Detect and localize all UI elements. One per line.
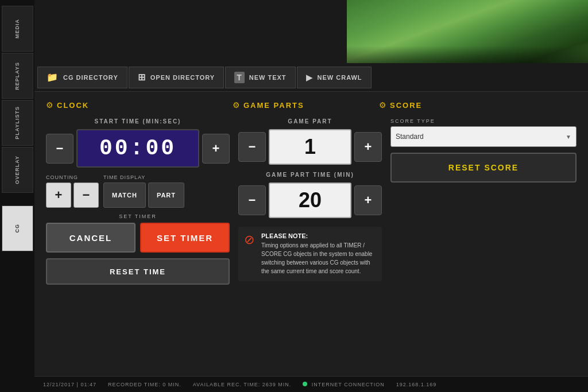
reset-time-label: RESET TIME xyxy=(110,267,166,276)
time-value: 00:00 xyxy=(99,136,176,161)
folder-icon: 📁 xyxy=(47,72,59,83)
status-bar: 12/21/2017 | 01:47 RECORDED TIME: 0 min.… xyxy=(34,376,588,392)
game-parts-column: GAME PART − 1 + GAME PART TIME (min) − 2… xyxy=(238,118,382,366)
score-gear-icon: ⚙ xyxy=(379,100,386,110)
new-crawl-label: NEW CRAWL xyxy=(318,74,362,81)
time-plus-button[interactable]: + xyxy=(202,134,230,164)
new-crawl-button[interactable]: ▶ NEW CRAWL xyxy=(297,67,372,88)
score-title: SCORE xyxy=(390,101,422,110)
game-parts-header-container: ⚙ GAME PARTS xyxy=(233,100,370,110)
game-part-plus-button[interactable]: + xyxy=(354,132,382,162)
sidebar-item-playlists[interactable]: PLAYLISTS xyxy=(2,100,33,146)
set-timer-section-label: SET TIMER xyxy=(46,214,230,219)
game-part-time-minus-button[interactable]: − xyxy=(238,185,266,215)
score-header-container: ⚙ SCORE xyxy=(379,100,422,110)
score-type-label: SCORE TYPE xyxy=(390,118,577,124)
counting-minus-button[interactable]: − xyxy=(74,183,99,208)
toolbar: 📁 CG DIRECTORY ⊞ OPEN DIRECTORY T NEW TE… xyxy=(34,63,588,92)
sidebar-item-overlay[interactable]: OVERLAY xyxy=(2,147,33,193)
set-timer-row: CANCEL SET TIMER xyxy=(46,223,230,253)
sidebar-item-label: CG xyxy=(14,224,20,233)
counting-row: COUNTING + − TIME DISPLAY MATCH PART xyxy=(46,174,230,208)
sidebar-item-label: OVERLAY xyxy=(14,156,20,184)
open-directory-label: OPEN DIRECTORY xyxy=(150,74,215,81)
sidebar-item-media[interactable]: MEDIA xyxy=(2,6,33,52)
cancel-label: CANCEL xyxy=(69,233,113,243)
time-display-group: TIME DISPLAY MATCH PART xyxy=(103,174,184,208)
time-display-buttons: MATCH PART xyxy=(103,183,184,208)
part-button[interactable]: PART xyxy=(148,183,184,208)
note-section-container: ⊘ PLEASE NOTE: Timing options are applie… xyxy=(238,227,382,281)
status-ip: 192.168.1.169 xyxy=(396,382,437,387)
internet-status-dot xyxy=(303,382,307,386)
sidebar-item-cg[interactable]: CG xyxy=(2,205,33,251)
status-internet: INTERNET CONNECTION xyxy=(303,382,384,387)
sidebar-item-label: PLAYLISTS xyxy=(14,106,20,139)
reset-time-button[interactable]: RESET TIME xyxy=(46,258,230,285)
clock-column: START TIME (min:sec) − 00:00 + COUNTING … xyxy=(46,118,230,366)
time-seconds: 00 xyxy=(145,136,176,161)
game-part-minus-button[interactable]: − xyxy=(238,132,266,162)
section-headers: ⚙ CLOCK ⚙ GAME PARTS ⚙ SCORE xyxy=(46,100,577,110)
time-display: 00:00 xyxy=(76,129,199,168)
note-content: PLEASE NOTE: Timing options are applied … xyxy=(261,232,376,275)
open-directory-button[interactable]: ⊞ OPEN DIRECTORY xyxy=(129,67,224,88)
match-button[interactable]: MATCH xyxy=(103,183,146,208)
sidebar-item-label: REPLAYS xyxy=(14,62,20,90)
score-type-value: Standard xyxy=(396,133,424,141)
status-recorded-time: RECORDED TIME: 0 min. xyxy=(108,382,181,387)
game-part-row: − 1 + xyxy=(238,129,382,165)
video-preview xyxy=(347,0,588,63)
score-column: SCORE TYPE Standard ▼ RESET SCORE xyxy=(390,118,577,366)
game-parts-title: GAME PARTS xyxy=(243,101,304,110)
time-minus-button[interactable]: − xyxy=(46,134,74,164)
cg-directory-label: CG DIRECTORY xyxy=(63,74,118,81)
game-part-value: 1 xyxy=(304,135,316,158)
clock-title: CLOCK xyxy=(57,101,89,110)
new-text-label: NEW TEXT xyxy=(249,74,287,81)
time-minutes: 00 xyxy=(99,136,130,161)
cg-directory-button[interactable]: 📁 CG DIRECTORY xyxy=(37,67,127,88)
score-type-select[interactable]: Standard ▼ xyxy=(390,126,577,147)
counting-label: COUNTING xyxy=(46,174,99,180)
game-parts-gear-icon: ⚙ xyxy=(233,100,240,110)
game-part-time-value: 20 xyxy=(299,188,322,212)
counting-group: COUNTING + − xyxy=(46,174,99,208)
game-part-time-display: 20 xyxy=(269,183,351,218)
new-text-button[interactable]: T NEW TEXT xyxy=(225,67,295,88)
reset-score-button[interactable]: RESET SCORE xyxy=(390,153,577,183)
columns: START TIME (min:sec) − 00:00 + COUNTING … xyxy=(46,118,577,366)
clock-gear-icon: ⚙ xyxy=(46,100,53,110)
note-title: PLEASE NOTE: xyxy=(261,232,376,239)
reset-score-label: RESET SCORE xyxy=(448,163,519,172)
windows-icon: ⊞ xyxy=(138,72,146,83)
main-content: ⚙ CLOCK ⚙ GAME PARTS ⚙ SCORE START TIME … xyxy=(34,92,588,375)
warning-icon: ⊘ xyxy=(244,232,254,247)
game-part-time-plus-button[interactable]: + xyxy=(354,185,382,215)
status-datetime: 12/21/2017 | 01:47 xyxy=(43,382,96,387)
note-section: ⊘ PLEASE NOTE: Timing options are applie… xyxy=(238,227,382,281)
crawl-icon: ▶ xyxy=(306,73,313,82)
clock-header-container: ⚙ CLOCK xyxy=(46,100,224,110)
status-available-rec: AVAILABLE REC. TIME: 2639 min. xyxy=(193,382,292,387)
start-time-label: START TIME (min:sec) xyxy=(46,118,230,125)
time-display-row: − 00:00 + xyxy=(46,129,230,168)
counting-buttons: + − xyxy=(46,183,99,208)
set-timer-label-text: SET TIMER xyxy=(157,233,213,243)
dropdown-arrow-icon: ▼ xyxy=(566,134,571,140)
game-part-time-row: − 20 + xyxy=(238,183,382,218)
time-display-mode-label: TIME DISPLAY xyxy=(103,174,184,180)
game-part-display: 1 xyxy=(269,129,351,165)
set-timer-button[interactable]: SET TIMER xyxy=(140,223,230,253)
counting-plus-button[interactable]: + xyxy=(46,183,71,208)
game-part-time-label: GAME PART TIME (min) xyxy=(238,172,382,178)
text-icon: T xyxy=(234,72,245,83)
sidebar: MEDIA REPLAYS PLAYLISTS OVERLAY CG xyxy=(0,0,34,392)
game-part-label: GAME PART xyxy=(238,118,382,125)
time-colon: : xyxy=(130,136,146,161)
sidebar-item-label: MEDIA xyxy=(14,19,20,38)
sidebar-item-replays[interactable]: REPLAYS xyxy=(2,53,33,99)
internet-label: INTERNET CONNECTION xyxy=(312,382,385,387)
cancel-button[interactable]: CANCEL xyxy=(46,223,136,253)
note-text: Timing options are applied to all TIMER … xyxy=(261,241,376,275)
